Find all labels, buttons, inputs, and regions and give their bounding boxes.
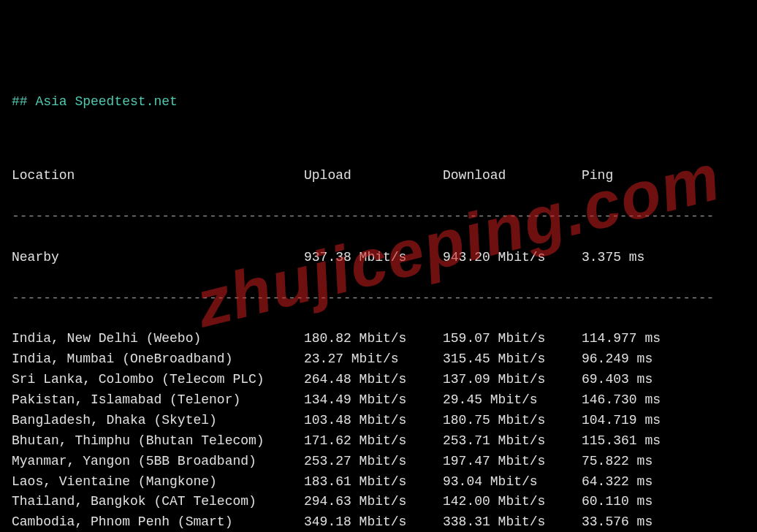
cell-download: 180.75 Mbit/s	[443, 411, 582, 431]
cell-location: Myanmar, Yangon (5BB Broadband)	[12, 452, 304, 472]
cell-download: 253.71 Mbit/s	[443, 431, 582, 452]
cell-location: Thailand, Bangkok (CAT Telecom)	[12, 492, 304, 512]
cell-location: Bangladesh, Dhaka (Skytel)	[12, 411, 304, 431]
cell-download: 197.47 Mbit/s	[443, 452, 582, 472]
table-row: Sri Lanka, Colombo (Telecom PLC)264.48 M…	[12, 370, 745, 390]
cell-download: 29.45 Mbit/s	[443, 390, 582, 411]
cell-download: 315.45 Mbit/s	[443, 349, 582, 370]
cell-location: India, New Delhi (Weebo)	[12, 329, 304, 349]
cell-location: Pakistan, Islamabad (Telenor)	[12, 390, 304, 411]
cell-location: India, Mumbai (OneBroadband)	[12, 349, 304, 370]
nearby-ping: 3.375 ms	[582, 248, 699, 268]
cell-upload: 349.18 Mbit/s	[304, 512, 443, 532]
table-row: Thailand, Bangkok (CAT Telecom)294.63 Mb…	[12, 492, 745, 512]
cell-upload: 23.27 Mbit/s	[304, 349, 443, 370]
nearby-upload: 937.38 Mbit/s	[304, 248, 443, 268]
nearby-row: Nearby937.38 Mbit/s943.20 Mbit/s3.375 ms	[12, 248, 745, 268]
cell-upload: 171.62 Mbit/s	[304, 431, 443, 452]
table-row: Cambodia, Phnom Penh (Smart)349.18 Mbit/…	[12, 512, 745, 532]
cell-upload: 294.63 Mbit/s	[304, 492, 443, 512]
cell-location: Laos, Vientaine (Mangkone)	[12, 472, 304, 493]
cell-ping: 114.977 ms	[582, 329, 699, 349]
cell-upload: 253.27 Mbit/s	[304, 452, 443, 472]
cell-location: Cambodia, Phnom Penh (Smart)	[12, 512, 304, 532]
cell-download: 93.04 Mbit/s	[443, 472, 582, 493]
cell-download: 137.09 Mbit/s	[443, 370, 582, 390]
section-title: ## Asia Speedtest.net	[12, 92, 745, 113]
cell-download: 142.00 Mbit/s	[443, 492, 582, 512]
cell-upload: 134.49 Mbit/s	[304, 390, 443, 411]
header-download: Download	[443, 166, 582, 186]
cell-upload: 264.48 Mbit/s	[304, 370, 443, 390]
divider-line: ----------------------------------------…	[12, 207, 745, 227]
table-row: Bangladesh, Dhaka (Skytel)103.48 Mbit/s1…	[12, 411, 745, 431]
cell-download: 159.07 Mbit/s	[443, 329, 582, 349]
header-location: Location	[12, 166, 304, 186]
cell-ping: 146.730 ms	[582, 390, 699, 411]
nearby-download: 943.20 Mbit/s	[443, 248, 582, 268]
cell-upload: 103.48 Mbit/s	[304, 411, 443, 431]
cell-ping: 104.719 ms	[582, 411, 699, 431]
cell-location: Sri Lanka, Colombo (Telecom PLC)	[12, 370, 304, 390]
divider-line: ----------------------------------------…	[12, 289, 745, 309]
rows-container: India, New Delhi (Weebo)180.82 Mbit/s159…	[12, 329, 745, 532]
table-header: LocationUploadDownloadPing	[12, 166, 745, 186]
cell-location: Bhutan, Thimphu (Bhutan Telecom)	[12, 431, 304, 452]
watermark-text: zhujiceping.com	[186, 126, 731, 355]
table-row: India, New Delhi (Weebo)180.82 Mbit/s159…	[12, 329, 745, 349]
cell-download: 338.31 Mbit/s	[443, 512, 582, 532]
cell-upload: 180.82 Mbit/s	[304, 329, 443, 349]
header-upload: Upload	[304, 166, 443, 186]
cell-ping: 115.361 ms	[582, 431, 699, 452]
nearby-location: Nearby	[12, 248, 304, 268]
cell-ping: 33.576 ms	[582, 512, 699, 532]
cell-ping: 96.249 ms	[582, 349, 699, 370]
cell-ping: 64.322 ms	[582, 472, 699, 493]
cell-ping: 75.822 ms	[582, 452, 699, 472]
header-ping: Ping	[582, 166, 699, 186]
cell-ping: 60.110 ms	[582, 492, 699, 512]
cell-upload: 183.61 Mbit/s	[304, 472, 443, 493]
table-row: Bhutan, Thimphu (Bhutan Telecom)171.62 M…	[12, 431, 745, 452]
table-row: Pakistan, Islamabad (Telenor)134.49 Mbit…	[12, 390, 745, 411]
table-row: India, Mumbai (OneBroadband)23.27 Mbit/s…	[12, 349, 745, 370]
table-row: Myanmar, Yangon (5BB Broadband)253.27 Mb…	[12, 452, 745, 472]
table-row: Laos, Vientaine (Mangkone)183.61 Mbit/s9…	[12, 472, 745, 493]
cell-ping: 69.403 ms	[582, 370, 699, 390]
